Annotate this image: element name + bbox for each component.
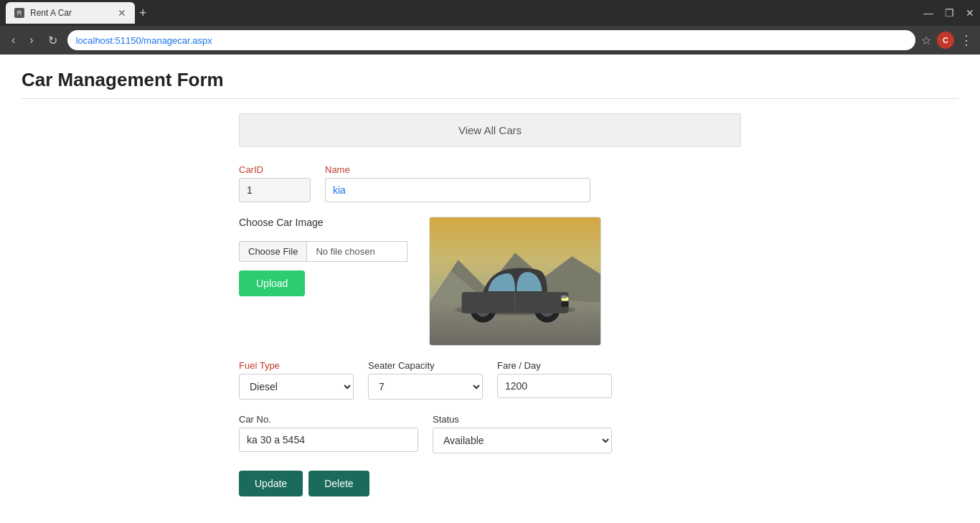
browser-tab[interactable]: R Rent A Car ✕ [6,2,135,24]
svg-rect-15 [562,296,567,298]
car-no-group: Car No. [239,414,418,452]
new-tab-button[interactable]: + [139,6,147,21]
tab-title: Rent A Car [30,8,72,18]
view-all-cars-button[interactable]: View All Cars [239,113,741,147]
image-left: Choose Car Image Choose File No file cho… [239,217,407,296]
fuel-type-select[interactable]: Diesel Petrol Electric Hybrid [239,374,354,400]
minimize-button[interactable]: — [923,7,933,19]
car-image-preview [429,217,601,346]
file-name-display: No file chosen [307,241,407,262]
choose-file-button[interactable]: Choose File [239,241,307,262]
refresh-button[interactable]: ↻ [44,32,62,49]
profile-avatar[interactable]: C [937,32,954,49]
fuel-type-group: Fuel Type Diesel Petrol Electric Hybrid [239,360,354,400]
upload-button[interactable]: Upload [239,270,305,296]
tab-favicon: R [14,8,24,18]
carid-input[interactable] [239,178,311,202]
svg-rect-13 [562,301,569,307]
fare-group: Fare / Day [497,360,612,398]
address-bar-input[interactable] [67,30,915,50]
back-button[interactable]: ‹ [7,32,19,48]
seater-capacity-select[interactable]: 2 4 5 6 7 8 [368,374,483,400]
tab-close-icon[interactable]: ✕ [118,7,126,19]
bookmark-icon[interactable]: ☆ [921,34,931,47]
image-section: Choose Car Image Choose File No file cho… [239,217,741,346]
choose-image-label: Choose Car Image [239,217,407,228]
seater-capacity-label: Seater Capacity [368,360,483,371]
close-button[interactable]: ✕ [966,7,974,19]
page-title: Car Management Form [22,69,958,91]
status-group: Status Available Rented Under Maintenanc… [433,414,612,453]
form-wrapper: View All Cars CarID Name Choose Car Imag… [239,113,741,496]
seater-capacity-group: Seater Capacity 2 4 5 6 7 8 [368,360,483,400]
update-button[interactable]: Update [239,471,303,496]
carno-status-row: Car No. Status Available Rented Under Ma… [239,414,741,453]
status-label: Status [433,414,612,425]
browser-menu-icon[interactable]: ⋮ [960,32,973,48]
file-input-wrapper: Choose File No file chosen [239,241,407,262]
fare-input[interactable] [497,374,612,398]
divider [22,98,958,99]
name-label: Name [325,164,590,175]
carid-group: CarID [239,164,311,202]
fuel-type-label: Fuel Type [239,360,354,371]
address-bar-row: ‹ › ↻ ☆ C ⋮ [0,26,980,55]
browser-window: R Rent A Car ✕ + — ❒ ✕ ‹ › ↻ ☆ C ⋮ Car M… [0,0,980,523]
window-controls: — ❒ ✕ [923,7,974,19]
car-no-input[interactable] [239,428,418,452]
car-image-svg [430,217,600,346]
carid-name-row: CarID Name [239,164,741,202]
fuel-seater-fare-row: Fuel Type Diesel Petrol Electric Hybrid … [239,360,741,400]
page-content: Car Management Form View All Cars CarID … [0,55,980,523]
title-bar: R Rent A Car ✕ + — ❒ ✕ [0,0,980,26]
status-select[interactable]: Available Rented Under Maintenance [433,428,612,453]
name-group: Name [325,164,590,202]
restore-button[interactable]: ❒ [945,7,954,19]
delete-button[interactable]: Delete [308,471,369,496]
carid-label: CarID [239,164,311,175]
action-buttons: Update Delete [239,471,741,496]
car-no-label: Car No. [239,414,418,425]
forward-button[interactable]: › [25,32,37,48]
fare-label: Fare / Day [497,360,612,371]
name-input[interactable] [325,178,590,202]
